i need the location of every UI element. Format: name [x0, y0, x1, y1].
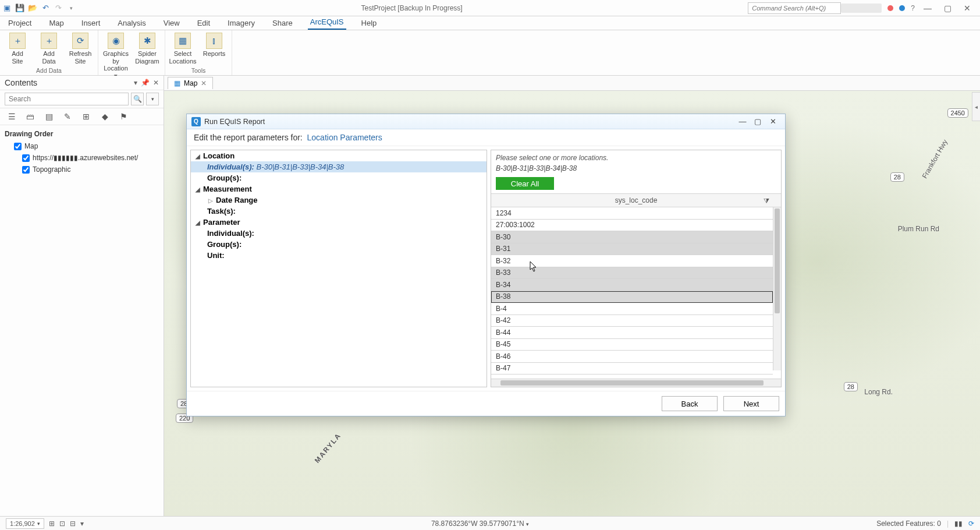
map-tab[interactable]: ▦ Map ✕ — [168, 77, 213, 89]
layer-checkbox[interactable] — [14, 143, 22, 150]
grid-vertical-scrollbar[interactable] — [773, 207, 781, 370]
list-by-source-icon[interactable]: 🗃 — [24, 111, 36, 122]
filter-icon[interactable]: ⧩ — [764, 197, 769, 205]
grid-row[interactable]: 27:003:1002 — [491, 220, 773, 232]
scale-input[interactable]: 1:26,902 ▾ — [6, 518, 44, 529]
help-icon[interactable]: ? — [911, 4, 915, 12]
grid-row[interactable]: B-31 — [491, 243, 773, 256]
clear-all-button[interactable]: Clear All — [496, 177, 554, 190]
tab-map[interactable]: Map — [47, 17, 66, 30]
toggle-snap-icon[interactable]: ⊡ — [59, 520, 65, 528]
layer-item[interactable]: Topographic — [5, 164, 159, 175]
list-by-snap-icon[interactable]: ⊞ — [80, 111, 92, 122]
ribbon-button[interactable]: ◉Graphics byLocation ▾ — [102, 31, 130, 80]
toggle-grid-icon[interactable]: ⊞ — [49, 520, 55, 528]
back-button[interactable]: Back — [662, 396, 718, 411]
close-button[interactable]: ✕ — [960, 3, 974, 13]
tab-edit[interactable]: Edit — [195, 17, 212, 30]
grid-row[interactable]: B-44 — [491, 327, 773, 339]
toggle-constraints-icon[interactable]: ⊟ — [70, 520, 76, 528]
grid-row[interactable]: B-47 — [491, 363, 773, 375]
qat-dropdown-icon[interactable]: ▾ — [66, 3, 76, 13]
pause-drawing-icon[interactable]: ▮▮ — [954, 520, 963, 528]
dialog-minimize-button[interactable]: — — [735, 117, 750, 126]
ribbon-button[interactable]: ✱SpiderDiagram — [133, 31, 161, 80]
open-icon[interactable]: 📂 — [28, 3, 37, 13]
grid-row[interactable]: 1234 — [491, 207, 773, 220]
redo-icon[interactable]: ↷ — [54, 3, 63, 13]
undo-icon[interactable]: ↶ — [41, 3, 50, 13]
tree-node-daterange[interactable]: ▷Date Range — [191, 195, 487, 206]
command-search-input[interactable] — [748, 2, 841, 14]
coords-dropdown-icon[interactable]: ▾ — [526, 521, 529, 527]
tab-share[interactable]: Share — [270, 17, 295, 30]
grid-row[interactable]: B-42 — [491, 315, 773, 327]
ribbon-button[interactable]: ＋AddSite — [3, 31, 31, 66]
ribbon-button[interactable]: ＋AddData — [35, 31, 63, 66]
contents-search-input[interactable] — [5, 93, 129, 105]
tab-imagery[interactable]: Imagery — [225, 17, 257, 30]
map-tab-close-icon[interactable]: ✕ — [201, 79, 207, 87]
tree-node-location[interactable]: ◢Location — [191, 150, 487, 161]
tab-analysis[interactable]: Analysis — [115, 17, 148, 30]
grid-row[interactable]: B-30 — [491, 231, 773, 243]
project-icon[interactable]: ▣ — [2, 3, 12, 13]
minimize-button[interactable]: — — [921, 3, 935, 13]
ribbon-button[interactable]: ▦SelectLocations — [169, 31, 197, 66]
save-icon[interactable]: 💾 — [15, 3, 24, 13]
grid-row[interactable]: B-33 — [491, 267, 773, 280]
grid-row[interactable]: B-4 — [491, 303, 773, 315]
parameter-tree[interactable]: ◢Location Individual(s): B-30|B-31|B-33|… — [190, 150, 487, 387]
notification-badge[interactable] — [887, 5, 893, 11]
tree-node-p-individuals[interactable]: Individual(s): — [191, 228, 487, 239]
tree-node-groups[interactable]: Group(s): — [191, 172, 487, 183]
search-icon[interactable]: 🔍 — [131, 93, 144, 105]
grid-horizontal-scrollbar[interactable] — [491, 379, 781, 387]
list-by-label-icon[interactable]: ◆ — [99, 111, 111, 122]
layer-checkbox[interactable] — [22, 166, 30, 174]
list-by-drawing-order-icon[interactable]: ☰ — [6, 111, 17, 122]
tree-node-parameter[interactable]: ◢Parameter — [191, 217, 487, 228]
tree-node-measurement[interactable]: ◢Measurement — [191, 183, 487, 195]
grid-row[interactable]: B-32 — [491, 255, 773, 267]
grid-header[interactable]: sys_loc_code ⧩ — [491, 193, 781, 207]
grid-row[interactable]: B-45 — [491, 339, 773, 351]
maximize-button[interactable]: ▢ — [940, 3, 954, 13]
dialog-maximize-button[interactable]: ▢ — [750, 117, 765, 126]
road-label: Long Rd. — [864, 388, 893, 396]
list-by-preset-icon[interactable]: ⚑ — [118, 111, 129, 122]
tab-insert[interactable]: Insert — [79, 17, 103, 30]
dialog-titlebar[interactable]: Q Run EQuIS Report — ▢ ✕ — [187, 114, 785, 129]
layer-item[interactable]: Map — [5, 140, 159, 152]
tree-node-tasks[interactable]: Task(s): — [191, 206, 487, 217]
grid-column-title: sys_loc_code — [496, 196, 776, 204]
tab-arcequis[interactable]: ArcEQuIS — [308, 16, 346, 30]
dialog-close-button[interactable]: ✕ — [765, 117, 780, 126]
list-by-edit-icon[interactable]: ✎ — [62, 111, 73, 122]
grid-row[interactable]: B-46 — [491, 351, 773, 363]
refresh-icon[interactable]: ⟳ — [968, 520, 974, 528]
list-by-table-icon[interactable]: ▤ — [43, 111, 55, 122]
panel-menu-icon[interactable]: ▾ — [134, 79, 137, 87]
tab-view[interactable]: View — [161, 17, 182, 30]
grid-row[interactable]: B-38 — [491, 291, 773, 303]
ribbon-button[interactable]: ⟳RefreshSite — [66, 31, 94, 66]
panel-pin-icon[interactable]: 📌 — [141, 79, 150, 87]
grid-row[interactable]: B-34 — [491, 279, 773, 291]
layer-item[interactable]: https://▮▮▮▮▮▮.azurewebsites.net/ — [5, 152, 159, 164]
user-chip[interactable] — [841, 3, 882, 13]
grid-body[interactable]: 123427:003:1002B-30B-31B-32B-33B-34B-38B… — [491, 207, 781, 379]
next-button[interactable]: Next — [723, 396, 779, 411]
layer-checkbox[interactable] — [22, 154, 30, 162]
tree-node-individuals[interactable]: Individual(s): B-30|B-31|B-33|B-34|B-38 — [191, 161, 487, 172]
scale-dropdown-icon[interactable]: ▾ — [37, 521, 40, 527]
ribbon-button[interactable]: ⫿Reports — [200, 31, 228, 66]
search-dropdown-icon[interactable]: ▾ — [146, 93, 159, 105]
tab-help[interactable]: Help — [359, 17, 379, 30]
catalog-collapse-handle[interactable]: ◂ — [972, 92, 980, 121]
bell-icon[interactable] — [899, 5, 905, 11]
panel-close-icon[interactable]: ✕ — [153, 79, 159, 87]
tree-node-unit[interactable]: Unit: — [191, 250, 487, 261]
tab-project[interactable]: Project — [6, 17, 34, 30]
tree-node-p-groups[interactable]: Group(s): — [191, 239, 487, 250]
